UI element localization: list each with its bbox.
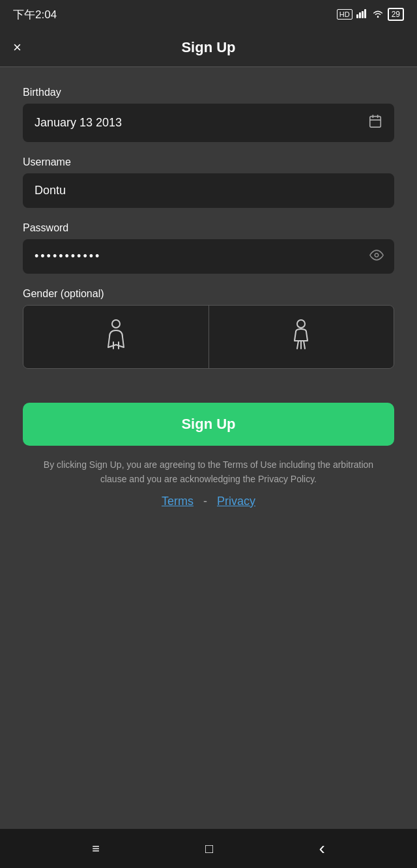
- svg-rect-0: [356, 14, 358, 18]
- birthday-field[interactable]: January 13 2013: [23, 104, 394, 142]
- birthday-label: Birthday: [23, 87, 394, 98]
- gender-female-option[interactable]: [23, 306, 209, 368]
- svg-point-10: [112, 320, 120, 328]
- male-icon: [289, 319, 313, 355]
- back-icon[interactable]: ‹: [319, 838, 325, 859]
- password-input[interactable]: [23, 239, 394, 274]
- password-group: Password: [23, 222, 394, 274]
- terms-link[interactable]: Terms: [162, 495, 194, 508]
- username-label: Username: [23, 156, 394, 168]
- password-label: Password: [23, 222, 394, 234]
- home-icon[interactable]: □: [205, 841, 213, 856]
- username-input[interactable]: [23, 173, 394, 208]
- svg-rect-5: [370, 117, 381, 128]
- svg-line-14: [297, 341, 298, 349]
- gender-male-option[interactable]: [209, 306, 394, 368]
- svg-point-9: [375, 253, 379, 257]
- gender-label: Gender (optional): [23, 288, 394, 300]
- gender-group: Gender (optional): [23, 288, 394, 369]
- legal-link-separator: -: [203, 495, 207, 508]
- hd-badge: HD: [337, 9, 352, 20]
- password-wrapper: [23, 239, 394, 274]
- svg-line-15: [304, 341, 305, 349]
- status-bar: 下午2:04 HD 29: [0, 0, 417, 29]
- page-title: Sign Up: [181, 39, 235, 56]
- legal-text: By clicking Sign Up, you are agreeing to…: [23, 457, 394, 487]
- menu-icon[interactable]: ≡: [92, 841, 100, 856]
- form-content: Birthday January 13 2013 Username Passwo…: [0, 67, 417, 829]
- bottom-navigation: ≡ □ ‹: [0, 829, 417, 868]
- signal-icon: [356, 9, 368, 20]
- calendar-icon: [368, 114, 382, 132]
- female-icon: [104, 319, 128, 355]
- svg-point-4: [377, 16, 379, 18]
- svg-rect-1: [359, 12, 361, 18]
- username-group: Username: [23, 156, 394, 208]
- svg-point-13: [297, 320, 305, 328]
- svg-rect-3: [364, 9, 366, 18]
- status-icons: HD 29: [337, 8, 404, 21]
- signup-button[interactable]: Sign Up: [23, 403, 394, 446]
- wifi-icon: [372, 9, 384, 20]
- close-button[interactable]: ×: [13, 40, 22, 55]
- header: × Sign Up: [0, 29, 417, 67]
- privacy-link[interactable]: Privacy: [217, 495, 255, 508]
- gender-selector: [23, 305, 394, 369]
- status-time: 下午2:04: [13, 7, 57, 22]
- battery-icon: 29: [388, 8, 404, 21]
- birthday-value: January 13 2013: [35, 116, 122, 130]
- svg-rect-2: [362, 11, 364, 18]
- birthday-group: Birthday January 13 2013: [23, 87, 394, 142]
- legal-links: Terms - Privacy: [23, 495, 394, 508]
- password-toggle-icon[interactable]: [369, 248, 384, 265]
